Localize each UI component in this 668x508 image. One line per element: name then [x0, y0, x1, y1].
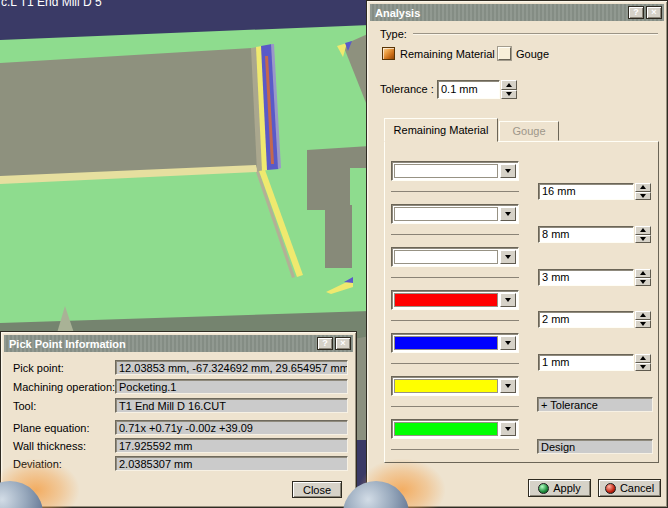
pick-point-title: Pick Point Information: [9, 338, 126, 350]
tolerance-spinner[interactable]: 0.1 mm: [437, 80, 517, 99]
close-button-label: Close: [303, 484, 331, 496]
apply-ball-icon: [538, 483, 549, 494]
remaining-material-tab-panel: [384, 141, 659, 463]
wall-thickness-label: Wall thickness:: [13, 440, 86, 452]
application-window: c.L T1 End Mill D 5 Pick Point Informati…: [0, 0, 668, 508]
tool-value: T1 End Mill D 16.CUT: [115, 398, 348, 413]
tool-label: Tool:: [13, 400, 36, 412]
planet-icon: [0, 481, 43, 508]
tab-remaining-material-label: Remaining Material: [394, 124, 489, 136]
planet-glow-decoration: [359, 459, 445, 508]
tab-remaining-material[interactable]: Remaining Material: [384, 118, 498, 142]
plane-equation-value: 0.71x +0.71y -0.00z +39.09: [115, 420, 348, 435]
cancel-ball-icon: [605, 483, 616, 494]
apply-button-label: Apply: [553, 482, 581, 494]
tab-gouge[interactable]: Gouge: [499, 121, 559, 141]
gouge-checkbox-label: Gouge: [516, 48, 549, 60]
wall-thickness-value: 17.925592 mm: [115, 438, 348, 453]
tolerance-label: Tolerance :: [380, 83, 434, 95]
type-section-label: Type:: [380, 28, 407, 40]
help-icon[interactable]: ?: [317, 337, 333, 350]
pick-point-value: 12.03853 mm, -67.324692 mm, 29.654957 mm: [115, 360, 348, 375]
tolerance-value[interactable]: 0.1 mm: [437, 80, 500, 99]
viewport-status-text: c.L T1 End Mill D 5: [1, 0, 102, 9]
plane-equation-label: Plane equation:: [13, 422, 89, 434]
remaining-material-checkbox[interactable]: [382, 47, 395, 60]
type-section-rule: [413, 33, 658, 35]
spin-down-icon[interactable]: [501, 90, 517, 100]
deviation-value: 2.0385307 mm: [115, 456, 348, 471]
deviation-label: Deviation:: [13, 458, 62, 470]
analysis-dialog: Analysis ? × Type: Remaining Material Go…: [366, 0, 668, 508]
pick-point-titlebar[interactable]: Pick Point Information ? ×: [4, 335, 353, 352]
help-icon[interactable]: ?: [628, 6, 644, 19]
machining-operation-label: Machining operation:: [13, 381, 115, 393]
machining-operation-value: Pocketing.1: [115, 379, 348, 394]
analysis-titlebar[interactable]: Analysis ? ×: [370, 4, 664, 21]
tab-gouge-label: Gouge: [512, 125, 545, 137]
remaining-material-checkbox-label: Remaining Material: [400, 48, 495, 60]
pick-point-information-dialog: Pick Point Information ? × Pick point: 1…: [0, 331, 357, 508]
cancel-button[interactable]: Cancel: [598, 479, 661, 497]
close-icon[interactable]: ×: [646, 6, 662, 19]
gouge-checkbox[interactable]: [498, 47, 511, 60]
close-icon[interactable]: ×: [335, 337, 351, 350]
analysis-title: Analysis: [375, 7, 420, 19]
apply-button[interactable]: Apply: [528, 479, 591, 497]
cancel-button-label: Cancel: [620, 482, 654, 494]
close-button[interactable]: Close: [292, 481, 342, 498]
pick-point-label: Pick point:: [13, 362, 64, 374]
spin-up-icon[interactable]: [501, 80, 517, 90]
